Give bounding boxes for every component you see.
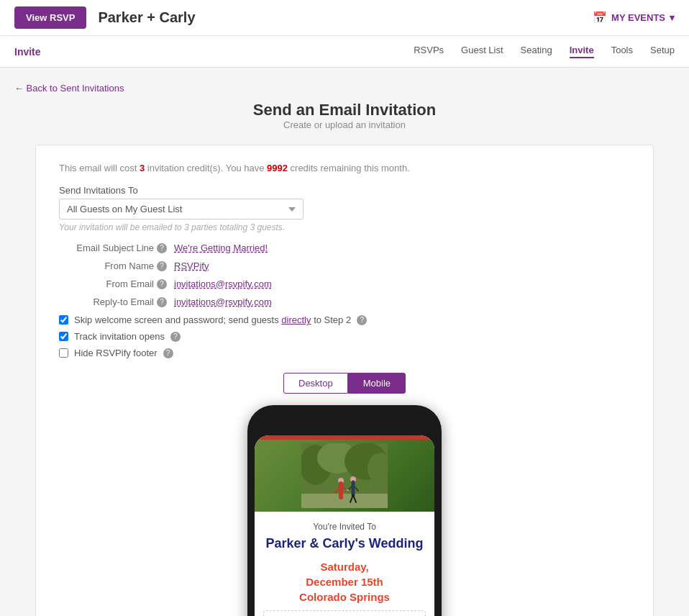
from-name-info-icon[interactable]: ? bbox=[157, 261, 167, 271]
nav-links: RSVPs Guest List Seating Invite Tools Se… bbox=[414, 45, 675, 58]
from-email-value[interactable]: invitations@rsvpify.com bbox=[174, 278, 272, 289]
checkbox-track[interactable] bbox=[59, 332, 68, 341]
invite-photo bbox=[255, 440, 434, 512]
checkbox-skip[interactable] bbox=[59, 315, 68, 325]
email-subject-row: Email Subject Line ? We're Getting Marri… bbox=[59, 243, 630, 253]
email-subject-info-icon[interactable]: ? bbox=[157, 243, 167, 253]
from-name-label: From Name ? bbox=[59, 261, 174, 271]
invite-rsvp-box: RSVP bbox=[263, 610, 426, 616]
from-email-info-icon[interactable]: ? bbox=[157, 279, 167, 289]
chevron-down-icon: ▾ bbox=[670, 12, 675, 23]
checkbox-skip-info-icon[interactable]: ? bbox=[357, 315, 367, 325]
checkbox-footer[interactable] bbox=[59, 348, 68, 358]
phone-frame: You're Invited To Parker & Carly's Weddi… bbox=[247, 405, 442, 616]
send-invitations-label: Send Invitations To bbox=[59, 185, 630, 196]
nav-link-guestlist[interactable]: Guest List bbox=[461, 45, 503, 58]
phone-notch bbox=[316, 417, 373, 430]
nav-bar: Invite RSVPs Guest List Seating Invite T… bbox=[0, 36, 689, 68]
checkbox-track-info-icon[interactable]: ? bbox=[170, 332, 181, 342]
checkbox-footer-label: Hide RSVPify footer bbox=[74, 348, 158, 358]
from-name-row: From Name ? RSVPify bbox=[59, 261, 630, 271]
invite-body: You're Invited To Parker & Carly's Weddi… bbox=[255, 512, 434, 616]
nav-section-label: Invite bbox=[14, 46, 41, 58]
invite-date-line3: Colorado Springs bbox=[263, 589, 426, 604]
reply-to-row: Reply-to Email ? invitations@rsvpify.com bbox=[59, 296, 630, 307]
invite-names: Parker & Carly's Wedding bbox=[263, 536, 426, 552]
view-rsvp-button[interactable]: View RSVP bbox=[14, 6, 86, 29]
reply-to-label: Reply-to Email ? bbox=[59, 296, 174, 307]
phone-preview-wrapper: You're Invited To Parker & Carly's Weddi… bbox=[59, 405, 630, 616]
page-title: Send an Email Invitation bbox=[14, 101, 675, 119]
nav-link-invite[interactable]: Invite bbox=[570, 45, 594, 58]
info-remaining-label: credits remaining this month. bbox=[288, 163, 410, 173]
info-cost-text: This email will cost bbox=[59, 163, 140, 173]
checkbox-track-row: Track invitation opens ? bbox=[59, 331, 630, 342]
event-title: Parker + Carly bbox=[98, 9, 195, 26]
invite-date: Saturday, December 15th Colorado Springs bbox=[263, 559, 426, 604]
mobile-toggle-button[interactable]: Mobile bbox=[348, 373, 406, 394]
credits-info: This email will cost 3 invitation credit… bbox=[59, 163, 630, 173]
credits-remaining: 9992 bbox=[267, 163, 288, 173]
invite-date-line1: Saturday, bbox=[263, 559, 426, 574]
invite-date-line2: December 15th bbox=[263, 574, 426, 589]
nav-link-rsvps[interactable]: RSVPs bbox=[414, 45, 444, 58]
guest-hint: Your invitation will be emailed to 3 par… bbox=[59, 222, 630, 232]
reply-to-value[interactable]: invitations@rsvpify.com bbox=[174, 296, 272, 307]
reply-to-info-icon[interactable]: ? bbox=[157, 297, 167, 307]
checkbox-track-label: Track invitation opens bbox=[74, 331, 165, 342]
checkbox-footer-row: Hide RSVPify footer ? bbox=[59, 348, 630, 358]
checkbox-footer-info-icon[interactable]: ? bbox=[163, 348, 173, 358]
preview-toggle: Desktop Mobile bbox=[59, 373, 630, 394]
checkbox-skip-row: Skip welcome screen and password; send g… bbox=[59, 314, 630, 325]
invite-you-invited: You're Invited To bbox=[263, 522, 426, 532]
checkbox-skip-label: Skip welcome screen and password; send g… bbox=[74, 314, 351, 325]
from-email-label: From Email ? bbox=[59, 278, 174, 289]
desktop-toggle-button[interactable]: Desktop bbox=[283, 373, 348, 394]
nav-link-tools[interactable]: Tools bbox=[611, 45, 633, 58]
phone-screen: You're Invited To Parker & Carly's Weddi… bbox=[255, 435, 434, 616]
back-link[interactable]: ← Back to Sent Invitations bbox=[14, 83, 124, 94]
main-content: ← Back to Sent Invitations Send an Email… bbox=[0, 68, 689, 616]
send-invitations-select[interactable]: All Guests on My Guest List bbox=[59, 199, 304, 219]
page-header: Send an Email Invitation Create or uploa… bbox=[14, 101, 675, 130]
email-subject-value[interactable]: We're Getting Married! bbox=[174, 243, 268, 253]
header: View RSVP Parker + Carly 📅 MY EVENTS ▾ bbox=[0, 0, 689, 36]
calendar-icon: 📅 bbox=[593, 11, 607, 24]
from-email-row: From Email ? invitations@rsvpify.com bbox=[59, 278, 630, 289]
send-invitations-group: Send Invitations To All Guests on My Gue… bbox=[59, 185, 630, 232]
info-credits-label: invitation credit(s). You have bbox=[145, 163, 267, 173]
email-subject-label: Email Subject Line ? bbox=[59, 243, 174, 253]
my-events-label: MY EVENTS bbox=[611, 12, 665, 23]
couple-photo-svg bbox=[301, 443, 388, 508]
my-events-dropdown[interactable]: 📅 MY EVENTS ▾ bbox=[593, 11, 675, 24]
main-card: This email will cost 3 invitation credit… bbox=[35, 145, 654, 616]
svg-rect-5 bbox=[301, 494, 388, 508]
nav-link-setup[interactable]: Setup bbox=[650, 45, 675, 58]
nav-link-seating[interactable]: Seating bbox=[521, 45, 552, 58]
from-name-value[interactable]: RSVPify bbox=[174, 261, 209, 271]
page-subtitle: Create or upload an invitation bbox=[14, 119, 675, 130]
